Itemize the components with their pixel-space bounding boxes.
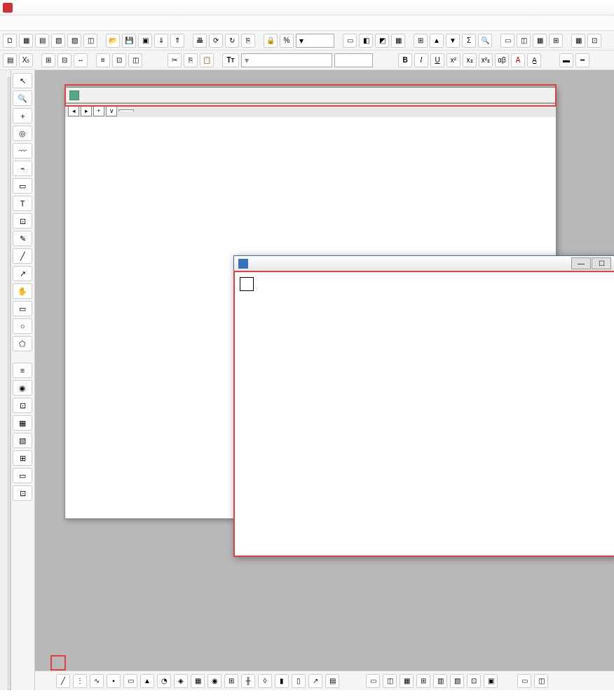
- layer-tool[interactable]: ▦: [13, 415, 32, 431]
- add-plot-button[interactable]: ▲: [430, 34, 444, 48]
- contour-button[interactable]: ◉: [207, 674, 221, 688]
- new-matrix-button[interactable]: ▨: [67, 34, 81, 48]
- tab-add-button[interactable]: +: [93, 105, 104, 116]
- filter-tool[interactable]: ⊞: [13, 450, 32, 466]
- window3-button[interactable]: ▦: [533, 34, 547, 48]
- template-button[interactable]: ▣: [138, 34, 152, 48]
- new-workbook-button[interactable]: ▦: [19, 34, 33, 48]
- misc-tool[interactable]: ⊡: [13, 485, 32, 501]
- stock-button[interactable]: ▯: [292, 674, 306, 688]
- region-tool[interactable]: ⊡: [13, 213, 32, 229]
- pie-plot-button[interactable]: ◔: [157, 674, 171, 688]
- bar-plot-button[interactable]: ▭: [123, 674, 137, 688]
- mask-tool[interactable]: ▭: [13, 178, 32, 194]
- duplicate-button[interactable]: ⎘: [241, 34, 255, 48]
- code-button[interactable]: %: [280, 34, 294, 48]
- italic-button[interactable]: I: [414, 53, 428, 67]
- tab-first-button[interactable]: ◂: [68, 105, 79, 116]
- graph-mgr-button[interactable]: ▦: [571, 34, 585, 48]
- stat2-button[interactable]: ╫: [241, 674, 255, 688]
- toggle1-button[interactable]: ▤: [3, 53, 17, 67]
- layout1-button[interactable]: ▭: [366, 674, 380, 688]
- font-select[interactable]: ▾: [241, 53, 332, 67]
- annotation-tool[interactable]: 〰: [13, 143, 32, 159]
- stats-button[interactable]: Σ: [462, 34, 476, 48]
- window2-button[interactable]: ◫: [517, 34, 531, 48]
- video-button[interactable]: ▦: [391, 34, 405, 48]
- save-button[interactable]: 💾: [122, 34, 136, 48]
- subscript-button[interactable]: x₂: [463, 53, 477, 67]
- new-layout-button[interactable]: ◫: [83, 34, 97, 48]
- delete-col-button[interactable]: ⊟: [57, 53, 71, 67]
- draw-tool[interactable]: ✎: [13, 231, 32, 246]
- slide-button[interactable]: ◧: [359, 34, 373, 48]
- surface-button[interactable]: ▦: [191, 674, 205, 688]
- scatter-plot-button[interactable]: ⋮: [73, 674, 87, 688]
- layout3-button[interactable]: ▦: [400, 674, 414, 688]
- reader-tool[interactable]: ＋: [13, 108, 32, 123]
- paste-button[interactable]: 📋: [200, 53, 214, 67]
- layout5-button[interactable]: ▥: [433, 674, 447, 688]
- export-button[interactable]: ⇑: [170, 34, 184, 48]
- vec-button[interactable]: ↗: [308, 674, 322, 688]
- column-plot-button[interactable]: ▪: [107, 674, 121, 688]
- line-width-button[interactable]: ▬: [559, 53, 573, 67]
- refresh-button[interactable]: ↻: [225, 34, 239, 48]
- rect-tool[interactable]: ▭: [13, 301, 32, 316]
- area-plot-button[interactable]: ▲: [140, 674, 154, 688]
- arrow-tool[interactable]: ↗: [13, 266, 32, 281]
- extra-button[interactable]: ⊡: [587, 34, 601, 48]
- graph-titlebar[interactable]: — ☐: [234, 256, 614, 271]
- group-tool[interactable]: ▧: [13, 433, 32, 448]
- misc2-button[interactable]: ◫: [534, 674, 548, 688]
- color-tool[interactable]: ◉: [13, 380, 32, 396]
- sheet-tab[interactable]: [118, 109, 134, 112]
- pan-tool[interactable]: ✋: [13, 283, 32, 299]
- merge-button[interactable]: ⊡: [467, 674, 481, 688]
- misc1-button[interactable]: ▭: [517, 674, 531, 688]
- graph-window[interactable]: — ☐: [233, 255, 614, 557]
- superscript-button[interactable]: x²: [446, 53, 460, 67]
- circle-tool[interactable]: ○: [13, 318, 32, 334]
- line-tool[interactable]: ╱: [13, 248, 32, 264]
- new-graph-button[interactable]: ▧: [51, 34, 65, 48]
- move-col-button[interactable]: ↔: [74, 53, 88, 67]
- insert-col-button[interactable]: ⊞: [41, 53, 55, 67]
- cut-button[interactable]: ✂: [168, 53, 182, 67]
- layout4-button[interactable]: ⊞: [416, 674, 430, 688]
- cell1-button[interactable]: ⊡: [112, 53, 126, 67]
- 3d-plot-button[interactable]: ◈: [174, 674, 188, 688]
- font-size-select[interactable]: [334, 53, 373, 67]
- line-style-button[interactable]: ━: [575, 53, 589, 67]
- extract-button[interactable]: ▣: [484, 674, 498, 688]
- lock-tool[interactable]: ⊡: [13, 398, 32, 413]
- maximize-button[interactable]: ☐: [592, 257, 611, 269]
- bold-button[interactable]: B: [398, 53, 412, 67]
- window1-button[interactable]: ▭: [500, 34, 514, 48]
- layout6-button[interactable]: ▧: [450, 674, 464, 688]
- workbook-titlebar[interactable]: [65, 88, 556, 103]
- print-button[interactable]: 🖶: [193, 34, 207, 48]
- palette-tool[interactable]: ≡: [13, 363, 32, 378]
- layout2-button[interactable]: ◫: [383, 674, 397, 688]
- copy-button[interactable]: ⎘: [184, 53, 198, 67]
- add-row-button[interactable]: ≡: [96, 53, 110, 67]
- export-graph-button[interactable]: ◩: [375, 34, 389, 48]
- tab-prev-button[interactable]: ▸: [81, 105, 92, 116]
- box-button[interactable]: ◊: [258, 674, 272, 688]
- text-tool[interactable]: T: [13, 196, 32, 211]
- chart-plot[interactable]: [240, 277, 610, 551]
- cell2-button[interactable]: ◫: [128, 53, 142, 67]
- project-explorer-tab[interactable]: [8, 77, 11, 690]
- line-plot-button[interactable]: ╱: [56, 674, 70, 688]
- text-tool-button[interactable]: TT: [222, 53, 239, 67]
- zoom-tool[interactable]: 🔍: [13, 90, 32, 106]
- batch-button[interactable]: ⟳: [209, 34, 223, 48]
- spec-button[interactable]: ▤: [325, 674, 339, 688]
- hist-button[interactable]: ▮: [275, 674, 289, 688]
- tab-menu-button[interactable]: ∨: [106, 105, 117, 116]
- underline-button[interactable]: U: [430, 53, 444, 67]
- import-button[interactable]: ⇓: [154, 34, 168, 48]
- print-preview-button[interactable]: ▭: [343, 34, 357, 48]
- mark-button[interactable]: 🔍: [478, 34, 492, 48]
